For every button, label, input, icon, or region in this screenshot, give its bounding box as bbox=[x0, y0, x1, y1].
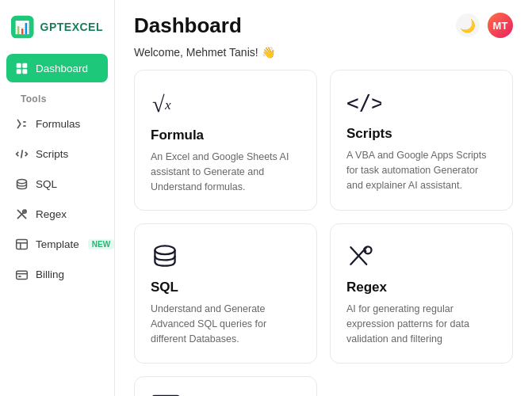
scripts-card-desc: A VBA and Google Apps Scripts for task a… bbox=[346, 148, 496, 192]
svg-rect-2 bbox=[16, 63, 21, 67]
formula-card[interactable]: √ x Formula An Excel and Google Sheets A… bbox=[134, 70, 317, 211]
avatar[interactable]: MT bbox=[488, 13, 513, 38]
svg-text:📊: 📊 bbox=[14, 20, 30, 35]
sidebar-item-template-label: Template bbox=[36, 238, 79, 250]
sql-card[interactable]: SQL Understand and Generate Advanced SQL… bbox=[134, 223, 317, 363]
tools-section-label: Tools bbox=[6, 84, 108, 108]
regex-card-desc: AI for generating regular expression pat… bbox=[346, 302, 496, 346]
template-badge: NEW bbox=[88, 239, 114, 249]
logo-text: GPTEXCEL bbox=[40, 21, 103, 33]
sidebar-item-dashboard-label: Dashboard bbox=[36, 63, 88, 74]
scripts-card[interactable]: </> Scripts A VBA and Google Apps Script… bbox=[330, 70, 513, 211]
sidebar-item-scripts[interactable]: Scripts bbox=[6, 139, 108, 168]
sql-card-desc: Understand and Generate Advanced SQL que… bbox=[151, 302, 300, 346]
regex-icon bbox=[14, 207, 29, 221]
billing-icon bbox=[14, 267, 29, 281]
topbar: Dashboard 🌙 MT bbox=[115, 0, 532, 44]
sidebar-item-formulas-label: Formulas bbox=[36, 118, 80, 130]
sidebar-item-billing[interactable]: Billing bbox=[6, 260, 108, 288]
formula-card-title: Formula bbox=[151, 128, 300, 143]
regex-card-icon bbox=[346, 242, 496, 270]
sidebar-item-template[interactable]: Template NEW bbox=[6, 230, 108, 258]
page-title: Dashboard bbox=[134, 13, 242, 38]
svg-rect-14 bbox=[16, 271, 27, 279]
svg-text:</>: </> bbox=[346, 91, 381, 115]
svg-point-7 bbox=[17, 179, 26, 183]
svg-rect-5 bbox=[22, 69, 27, 74]
moon-icon: 🌙 bbox=[460, 18, 476, 33]
svg-point-19 bbox=[155, 246, 174, 255]
dashboard-icon bbox=[14, 61, 29, 75]
formula-icon bbox=[14, 116, 29, 131]
logo: 📊 GPTEXCEL bbox=[0, 0, 114, 54]
svg-rect-4 bbox=[16, 69, 21, 74]
sidebar-item-sql-label: SQL bbox=[36, 178, 57, 190]
topbar-actions: 🌙 MT bbox=[456, 13, 513, 38]
scripts-card-icon: </> bbox=[346, 88, 496, 116]
svg-rect-3 bbox=[22, 63, 27, 67]
sidebar-nav: Dashboard Tools Formulas bbox=[0, 54, 114, 288]
sidebar-item-billing-label: Billing bbox=[36, 268, 64, 280]
sidebar: 📊 GPTEXCEL Dashboard Tools bbox=[0, 0, 115, 396]
template-card[interactable]: Template Generate Table Templates for Ex… bbox=[134, 376, 317, 397]
svg-text:x: x bbox=[164, 97, 171, 112]
sidebar-item-sql[interactable]: SQL bbox=[6, 169, 108, 198]
scripts-card-title: Scripts bbox=[346, 126, 496, 142]
svg-line-6 bbox=[21, 150, 22, 158]
main-content: Dashboard 🌙 MT Welcome, Mehmet Tanis! 👋 … bbox=[115, 0, 532, 396]
avatar-initials: MT bbox=[493, 20, 508, 32]
formula-card-desc: An Excel and Google Sheets AI assistant … bbox=[151, 150, 300, 194]
sidebar-item-regex-label: Regex bbox=[36, 208, 67, 220]
cards-grid: √ x Formula An Excel and Google Sheets A… bbox=[115, 70, 532, 396]
sql-card-icon bbox=[151, 242, 300, 270]
sidebar-item-regex[interactable]: Regex bbox=[6, 200, 108, 228]
svg-rect-15 bbox=[18, 276, 21, 277]
sql-icon bbox=[14, 177, 29, 191]
regex-card-title: Regex bbox=[346, 280, 496, 295]
svg-text:√: √ bbox=[152, 92, 165, 116]
welcome-message: Welcome, Mehmet Tanis! 👋 bbox=[115, 44, 532, 70]
scripts-icon bbox=[14, 147, 29, 161]
theme-toggle-button[interactable]: 🌙 bbox=[456, 13, 480, 37]
sidebar-item-formulas[interactable]: Formulas bbox=[6, 109, 108, 138]
formula-card-icon: √ x bbox=[151, 88, 300, 118]
regex-card[interactable]: Regex AI for generating regular expressi… bbox=[330, 223, 513, 363]
logo-icon: 📊 bbox=[11, 13, 34, 41]
template-icon bbox=[14, 237, 29, 251]
sql-card-title: SQL bbox=[151, 280, 300, 295]
sidebar-item-scripts-label: Scripts bbox=[36, 148, 68, 160]
svg-rect-11 bbox=[16, 239, 27, 249]
sidebar-item-dashboard[interactable]: Dashboard bbox=[6, 54, 108, 82]
